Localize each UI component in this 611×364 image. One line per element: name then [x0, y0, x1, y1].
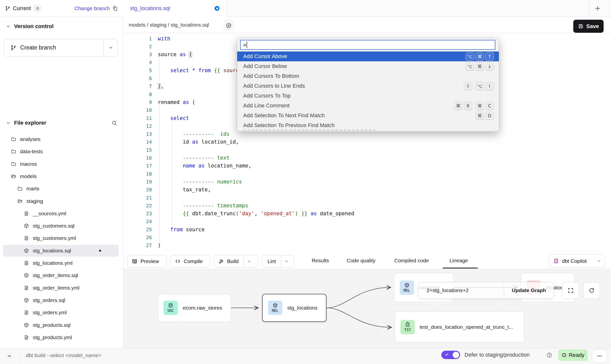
refresh-button[interactable]	[583, 282, 600, 299]
update-graph-button[interactable]: Update Graph	[504, 282, 554, 298]
file-icon	[24, 211, 29, 216]
command-item-add-cursors-to-line-ends[interactable]: Add Cursors to Line Ends⇧⌥I	[237, 81, 499, 91]
build-button[interactable]: Build	[214, 255, 258, 267]
command-item-add-selection-to-next-find-match[interactable]: Add Selection To Next Find Match⌘D	[237, 111, 499, 120]
build-dropdown[interactable]	[244, 255, 255, 267]
code-line-19[interactable]: 19 ---------- numerics	[124, 178, 242, 186]
command-item-add-cursor-below[interactable]: Add Cursor Below⌥⌘↓	[237, 61, 499, 71]
compile-button[interactable]: Compile	[170, 255, 210, 267]
code-line-26[interactable]: 26	[124, 233, 158, 242]
model-icon	[24, 248, 29, 253]
lineage-node-stg-locations[interactable]: MDL stg_locations	[262, 294, 326, 322]
more-options-button[interactable]	[592, 349, 607, 363]
collapse-console-button[interactable]	[6, 353, 12, 359]
folder-item-analyses[interactable]: analyses	[0, 133, 123, 145]
dbt-copilot-button[interactable]: dbt Copilot	[549, 254, 605, 268]
ellipsis-icon	[596, 353, 603, 359]
help-icon[interactable]	[546, 352, 552, 358]
code-line-3[interactable]: 3source as (	[124, 50, 192, 59]
folder-item-models[interactable]: models	[0, 170, 123, 182]
file-item-stg_products.yml[interactable]: stg_products.yml	[0, 331, 123, 344]
folder-item-data-tests[interactable]: data-tests	[0, 145, 123, 158]
lint-dropdown[interactable]	[281, 255, 292, 267]
file-name: stg_locations.yml	[33, 260, 72, 266]
model-icon	[24, 322, 29, 328]
file-item-stg_locations.yml[interactable]: stg_locations.yml	[0, 257, 123, 269]
code-line-16[interactable]: 16 ---------- text	[124, 154, 230, 162]
command-label: Add Cursor Below	[243, 63, 466, 69]
code-line-25[interactable]: 25 from source	[124, 225, 205, 233]
folder-item-marts[interactable]: marts	[0, 182, 123, 195]
file-item-stg_products.sql[interactable]: stg_products.sql	[0, 319, 123, 331]
code-line-2[interactable]: 2	[124, 42, 158, 50]
file-item-__sources.yml[interactable]: __sources.yml	[0, 207, 123, 220]
command-label: Add Cursors to Line Ends	[243, 83, 464, 89]
code-line-8[interactable]: 8	[124, 90, 158, 98]
file-item-stg_locations.sql[interactable]: stg_locations.sql	[0, 245, 123, 257]
code-line-22[interactable]: 22 ---------- timestamps	[124, 201, 248, 210]
command-item-add-line-comment[interactable]: Add Line Comment⌘K⌘C	[237, 101, 499, 111]
keycap: ↓	[485, 62, 494, 70]
code-line-9[interactable]: 9renamed as (	[124, 98, 195, 106]
keyboard-shortcut: ⌘K⌘C	[454, 102, 494, 110]
lineage-selector-input[interactable]: 2+stg_locations+2	[418, 282, 504, 298]
node-label: test_does_location_opened_at_trunc_t...	[420, 324, 513, 330]
code-line-11[interactable]: 11 select	[124, 114, 189, 122]
defer-toggle[interactable]	[441, 351, 460, 359]
code-line-15[interactable]: 15	[124, 146, 158, 154]
lint-button[interactable]: Lint	[262, 255, 294, 267]
code-line-1[interactable]: 1with	[124, 34, 170, 43]
file-item-stg_orders.sql[interactable]: stg_orders.sql	[0, 294, 123, 306]
command-item-add-cursors-to-bottom[interactable]: Add Cursors To Bottom	[237, 71, 499, 81]
code-line-24[interactable]: 24	[124, 217, 158, 226]
keycap: ⌥	[466, 62, 474, 70]
folder-item-staging[interactable]: staging	[0, 195, 123, 207]
command-item-add-cursor-above[interactable]: Add Cursor Above⌥⌘↑	[237, 51, 499, 61]
line-number: 15	[124, 147, 152, 153]
tab-lineage[interactable]: Lineage	[449, 258, 468, 264]
folder-item-macros[interactable]: macros	[0, 158, 123, 170]
file-item-stg_customers.yml[interactable]: stg_customers.yml	[0, 232, 123, 244]
keyboard-shortcut: ⌥⌘↓	[466, 62, 494, 70]
command-item-add-selection-to-previous-find-match[interactable]: Add Selection To Previous Find Match	[237, 120, 499, 130]
file-item-stg_customers.sql[interactable]: stg_customers.sql	[0, 220, 123, 232]
keycap: ⌥	[475, 82, 484, 90]
file-item-stg_order_items.yml[interactable]: stg_order_items.yml	[0, 282, 123, 294]
line-number: 20	[124, 187, 152, 193]
lineage-node-test[interactable]: TST test_does_location_opened_at_trunc_t…	[395, 311, 524, 343]
code-line-7[interactable]: 7),	[124, 82, 164, 90]
dbt-command-input[interactable]: dbt build --select <model_name>	[26, 352, 101, 358]
code-line-6[interactable]: 6	[124, 74, 158, 83]
command-palette-input[interactable]: >	[240, 40, 495, 50]
preview-button[interactable]: Preview	[127, 255, 167, 267]
tab-code-quality[interactable]: Code quality	[347, 258, 376, 264]
status-ready-badge: Ready	[558, 349, 588, 361]
file-item-stg_order_items.sql[interactable]: stg_order_items.sql	[0, 269, 123, 281]
code-line-20[interactable]: 20 tax_rate,	[124, 186, 211, 194]
code-line-17[interactable]: 17 name as location_name,	[124, 162, 251, 170]
file-name: stg_orders.yml	[33, 310, 67, 315]
explore-lineage-button[interactable]	[223, 20, 234, 31]
code-line-12[interactable]: 12	[124, 122, 158, 130]
file-item-stg_orders.yml[interactable]: stg_orders.yml	[0, 306, 123, 319]
code-line-13[interactable]: 13 ---------- ids	[124, 130, 230, 138]
tab-stg-locations[interactable]: stg_locations.sql	[124, 0, 226, 17]
new-tab-button[interactable]	[594, 5, 601, 12]
code-line-4[interactable]: 4	[124, 58, 158, 66]
node-label: stg_locations	[287, 305, 318, 311]
tab-results[interactable]: Results	[312, 258, 329, 264]
code-line-21[interactable]: 21	[124, 194, 158, 202]
file-name: stg_products.yml	[33, 334, 72, 340]
tab-compiled-code[interactable]: Compiled code	[394, 258, 429, 264]
compass-icon	[226, 22, 232, 29]
code-line-10[interactable]: 10	[124, 106, 158, 114]
keycap: I	[485, 82, 494, 90]
fullscreen-button[interactable]	[562, 282, 579, 299]
code-line-23[interactable]: 23 {{ dbt.date_trunc('day', 'opened_at')…	[124, 210, 354, 218]
save-button[interactable]: Save	[573, 20, 604, 33]
code-line-27[interactable]: 27)	[124, 241, 161, 249]
code-line-18[interactable]: 18	[124, 170, 158, 178]
command-item-add-cursors-to-top[interactable]: Add Cursors To Top	[237, 91, 499, 101]
lineage-node-source[interactable]: SRC ecom.raw_stores	[158, 294, 231, 322]
code-line-14[interactable]: 14 id as location_id,	[124, 138, 239, 146]
